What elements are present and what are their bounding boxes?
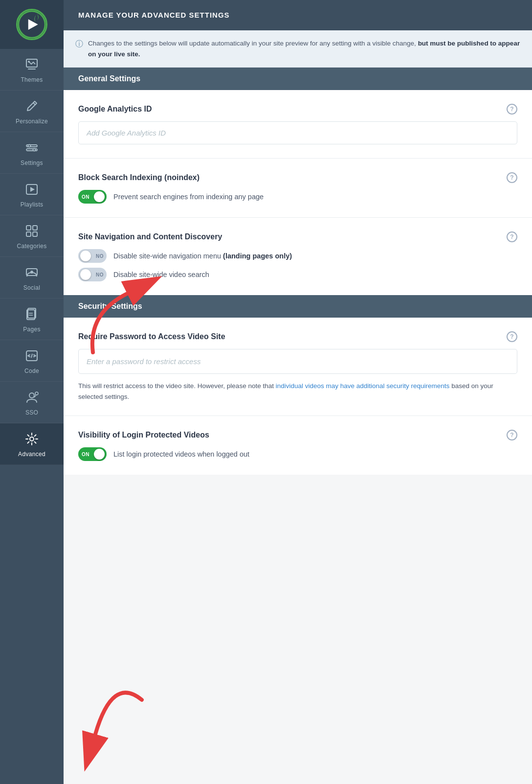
- svg-point-3: [28, 61, 30, 63]
- block-search-title: Block Search Indexing (noindex): [78, 173, 200, 182]
- visibility-toggle-text: ON: [82, 452, 89, 457]
- page-title: MANAGE YOUR ADVANCED SETTINGS: [78, 11, 230, 19]
- sidebar-item-sso[interactable]: SSO: [0, 382, 64, 423]
- main-content: MANAGE YOUR ADVANCED SETTINGS ⓘ Changes …: [64, 0, 532, 784]
- info-banner: ⓘ Changes to the settings below will upd…: [64, 30, 532, 68]
- sidebar-item-advanced[interactable]: Advanced: [0, 423, 64, 465]
- svg-line-22: [31, 354, 32, 358]
- password-help[interactable]: ?: [507, 331, 517, 342]
- video-search-toggle-text: NO: [96, 272, 104, 277]
- video-search-toggle-knob: [80, 269, 91, 280]
- site-navigation-title-row: Site Navigation and Content Discovery ?: [78, 231, 517, 242]
- sidebar-item-personalize-label: Personalize: [16, 118, 48, 125]
- code-icon: [25, 349, 39, 365]
- block-search-toggle-text: ON: [82, 194, 89, 200]
- visibility-toggle[interactable]: ON: [78, 447, 107, 461]
- sidebar-item-settings-label: Settings: [21, 160, 43, 166]
- general-settings-header: General Settings: [64, 68, 532, 90]
- visibility-title: Visibility of Login Protected Videos: [78, 431, 209, 439]
- svg-rect-14: [33, 232, 37, 236]
- info-text: Changes to the settings below will updat…: [88, 38, 520, 59]
- sidebar-item-settings[interactable]: Settings: [0, 132, 64, 174]
- password-title-row: Require Password to Access Video Site ?: [78, 331, 517, 342]
- password-block: Require Password to Access Video Site ? …: [64, 318, 532, 416]
- playlists-icon: [25, 183, 39, 198]
- svg-point-8: [33, 149, 36, 151]
- svg-marker-10: [30, 187, 35, 192]
- categories-icon: [25, 224, 39, 240]
- sidebar-item-playlists[interactable]: Playlists: [0, 174, 64, 215]
- visibility-title-row: Visibility of Login Protected Videos ?: [78, 430, 517, 440]
- nav-menu-label-bold: (landing pages only): [223, 252, 292, 260]
- logo-circle: [16, 9, 47, 40]
- svg-point-16: [30, 271, 33, 274]
- sidebar-item-sso-label: SSO: [25, 409, 38, 416]
- video-search-toggle-row: NO Disable site-wide video search: [78, 268, 517, 281]
- sidebar-item-code[interactable]: Code: [0, 340, 64, 382]
- page-header: MANAGE YOUR ADVANCED SETTINGS: [64, 0, 532, 30]
- sidebar-item-personalize[interactable]: Personalize: [0, 91, 64, 132]
- social-icon: [25, 266, 39, 281]
- svg-point-24: [35, 392, 38, 395]
- google-analytics-title-row: Google Analytics ID ?: [78, 104, 517, 115]
- google-analytics-title: Google Analytics ID: [78, 105, 152, 114]
- svg-point-7: [28, 145, 31, 147]
- block-search-label: Prevent search engines from indexing any…: [113, 193, 264, 201]
- visibility-help[interactable]: ?: [507, 430, 517, 440]
- svg-marker-1: [28, 19, 38, 30]
- nav-menu-toggle-row: NO Disable site-wide navigation menu (la…: [78, 249, 517, 263]
- video-search-toggle[interactable]: NO: [78, 268, 107, 281]
- video-search-label: Disable site-wide video search: [113, 271, 209, 278]
- sidebar-item-social-label: Social: [23, 284, 40, 291]
- sidebar-item-playlists-label: Playlists: [21, 201, 44, 208]
- nav-menu-toggle-knob: [80, 251, 91, 261]
- sidebar-item-advanced-label: Advanced: [18, 451, 45, 458]
- site-navigation-block: Site Navigation and Content Discovery ? …: [64, 218, 532, 295]
- password-title: Require Password to Access Video Site: [78, 332, 225, 341]
- block-search-toggle[interactable]: ON: [78, 190, 107, 204]
- themes-icon: [25, 58, 39, 73]
- google-analytics-input[interactable]: [78, 121, 517, 144]
- sidebar-item-social[interactable]: Social: [0, 257, 64, 299]
- sidebar-item-code-label: Code: [24, 368, 39, 374]
- nav-menu-toggle-text: NO: [96, 254, 104, 259]
- visibility-label: List login protected videos when logged …: [113, 450, 249, 458]
- sidebar-item-categories[interactable]: Categories: [0, 215, 64, 257]
- nav-menu-label: Disable site-wide navigation menu (landi…: [113, 252, 292, 260]
- google-analytics-help[interactable]: ?: [507, 104, 517, 115]
- sidebar-item-pages[interactable]: Pages: [0, 299, 64, 340]
- sidebar-logo: [0, 0, 64, 49]
- info-icon: ⓘ: [75, 39, 83, 49]
- svg-rect-13: [26, 232, 31, 236]
- general-settings-content: Google Analytics ID ? Block Search Index…: [64, 90, 532, 295]
- svg-point-23: [29, 393, 34, 398]
- svg-rect-11: [26, 226, 31, 230]
- nav-menu-toggle[interactable]: NO: [78, 249, 107, 263]
- sidebar-item-themes-label: Themes: [21, 76, 43, 83]
- site-navigation-title: Site Navigation and Content Discovery: [78, 232, 222, 241]
- security-settings-content: Require Password to Access Video Site ? …: [64, 318, 532, 475]
- password-input[interactable]: [78, 349, 517, 374]
- visibility-toggle-knob: [94, 449, 105, 460]
- block-search-help[interactable]: ?: [507, 172, 517, 183]
- svg-point-25: [30, 437, 34, 441]
- visibility-block: Visibility of Login Protected Videos ? O…: [64, 416, 532, 475]
- block-search-block: Block Search Indexing (noindex) ? ON Pre…: [64, 159, 532, 218]
- restriction-note-link[interactable]: individual videos may have additional se…: [276, 382, 450, 390]
- security-settings-header: Security Settings: [64, 295, 532, 318]
- sso-icon: [25, 391, 39, 406]
- restriction-note: This will restrict access to the video s…: [78, 381, 517, 402]
- visibility-toggle-row: ON List login protected videos when logg…: [78, 447, 517, 461]
- svg-rect-12: [33, 226, 37, 230]
- block-search-toggle-knob: [94, 191, 105, 202]
- block-search-title-row: Block Search Indexing (noindex) ?: [78, 172, 517, 183]
- site-navigation-help[interactable]: ?: [507, 231, 517, 242]
- google-analytics-block: Google Analytics ID ?: [64, 90, 532, 159]
- svg-rect-4: [28, 69, 36, 69]
- settings-icon: [25, 141, 39, 157]
- sidebar-item-pages-label: Pages: [23, 326, 41, 333]
- sidebar: Themes Personalize Settings: [0, 0, 64, 784]
- logo-icon: [18, 9, 46, 40]
- sidebar-item-categories-label: Categories: [17, 243, 46, 250]
- sidebar-item-themes[interactable]: Themes: [0, 49, 64, 91]
